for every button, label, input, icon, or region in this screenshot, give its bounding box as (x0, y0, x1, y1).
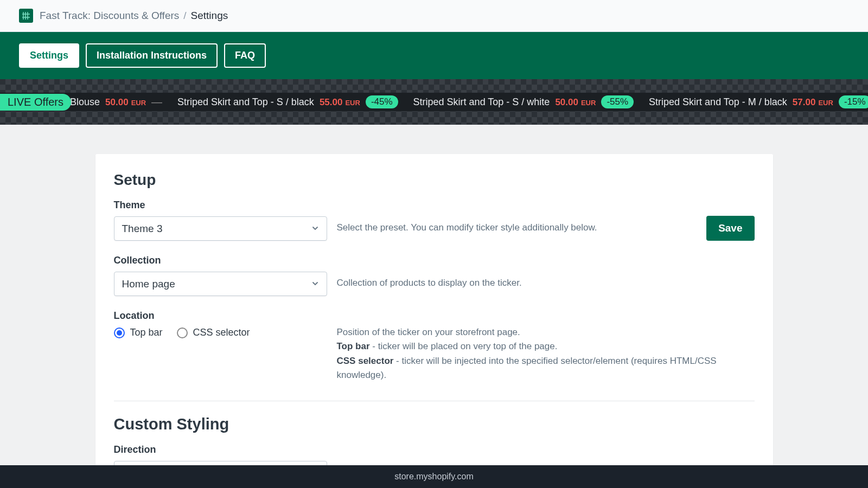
tab-settings[interactable]: Settings (19, 43, 79, 68)
collection-select[interactable]: Home page (114, 272, 327, 296)
ticker-separator: — (151, 96, 162, 108)
radio-top-bar-label: Top bar (130, 327, 163, 338)
ticker-discount-badge: -15% (839, 95, 868, 108)
save-button[interactable]: Save (706, 216, 754, 241)
section-title-setup: Setup (114, 171, 755, 189)
ticker-currency: EUR (818, 99, 833, 107)
section-title-custom-styling: Custom Styling (114, 415, 755, 433)
field-theme-row: Theme Theme 3 Select the preset. You can… (114, 200, 755, 241)
ticker-inner: LIVE Offers Blouse 50.00 EUR — Striped S… (0, 93, 868, 111)
radio-unchecked-icon (177, 328, 188, 338)
ticker-price: 50.00 (555, 97, 578, 107)
theme-select-value: Theme 3 (122, 223, 163, 235)
app-icon (19, 9, 33, 23)
ticker-product-name: Blouse (70, 97, 100, 108)
chevron-down-icon (311, 223, 319, 235)
section-divider (114, 401, 755, 401)
collection-help-text: Collection of products to display on the… (337, 255, 522, 288)
ticker-discount-badge: -45% (366, 95, 398, 108)
ticker-product-name: Striped Skirt and Top - S / black (177, 97, 314, 108)
location-radio-group: Top bar CSS selector (114, 327, 327, 338)
footer-store-url: store.myshopify.com (394, 472, 474, 481)
location-help-text: Position of the ticker on your storefron… (337, 310, 755, 382)
chevron-down-icon (311, 278, 319, 290)
ticker-items: Blouse 50.00 EUR — Striped Skirt and Top… (70, 95, 868, 108)
ticker-item: Striped Skirt and Top - S / white 50.00 … (413, 95, 634, 108)
theme-select[interactable]: Theme 3 (114, 216, 327, 241)
ticker-item: Striped Skirt and Top - S / black 55.00 … (177, 95, 398, 108)
breadcrumb-current: Settings (191, 10, 228, 22)
field-location-row: Location Top bar CSS selector Position o… (114, 310, 755, 382)
ticker-currency: EUR (131, 99, 146, 107)
ticker-item: Striped Skirt and Top - M / black 57.00 … (649, 95, 868, 108)
breadcrumb: Fast Track: Discounts & Offers / Setting… (40, 10, 228, 22)
ticker-price: 55.00 (320, 97, 343, 107)
radio-css-selector[interactable]: CSS selector (177, 327, 250, 338)
radio-top-bar[interactable]: Top bar (114, 327, 163, 338)
location-help-topbar-rest: - ticker will be placed on very top of t… (370, 341, 558, 351)
ticker-preview: LIVE Offers Blouse 50.00 EUR — Striped S… (0, 79, 868, 125)
collection-select-value: Home page (122, 278, 175, 290)
location-help-css-rest: - ticker will be injected into the speci… (337, 356, 717, 380)
ticker-currency: EUR (581, 99, 596, 107)
location-help-topbar-strong: Top bar (337, 341, 370, 351)
direction-label: Direction (114, 444, 327, 455)
ticker-price: 50.00 (105, 97, 129, 107)
tab-bar: Settings Installation Instructions FAQ (0, 32, 868, 79)
content-area: Setup Theme Theme 3 Select the preset. Y… (0, 125, 868, 488)
live-offers-badge: LIVE Offers (0, 94, 71, 111)
hash-icon (22, 11, 30, 20)
theme-label: Theme (114, 200, 327, 211)
ticker-product-name: Striped Skirt and Top - S / white (413, 97, 550, 108)
breadcrumb-separator: / (183, 10, 186, 22)
settings-card: Setup Theme Theme 3 Select the preset. Y… (95, 154, 773, 488)
location-help-intro: Position of the ticker on your storefron… (337, 325, 755, 339)
tab-installation-instructions[interactable]: Installation Instructions (86, 43, 218, 68)
ticker-product-name: Striped Skirt and Top - M / black (649, 97, 787, 108)
ticker-currency: EUR (345, 99, 360, 107)
top-header: Fast Track: Discounts & Offers / Setting… (0, 0, 868, 32)
theme-help-text: Select the preset. You can modify ticker… (337, 200, 597, 233)
field-collection-row: Collection Home page Collection of produ… (114, 255, 755, 296)
collection-label: Collection (114, 255, 327, 266)
ticker-price: 57.00 (793, 97, 816, 107)
footer-bar: store.myshopify.com (0, 465, 868, 488)
radio-checked-icon (114, 328, 125, 338)
location-help-css-strong: CSS selector (337, 356, 394, 366)
tab-faq[interactable]: FAQ (224, 43, 266, 68)
location-label: Location (114, 310, 327, 322)
breadcrumb-app-name[interactable]: Fast Track: Discounts & Offers (40, 10, 179, 22)
ticker-discount-badge: -55% (601, 95, 634, 108)
ticker-item: Blouse 50.00 EUR — (70, 96, 162, 108)
radio-css-selector-label: CSS selector (193, 327, 250, 338)
